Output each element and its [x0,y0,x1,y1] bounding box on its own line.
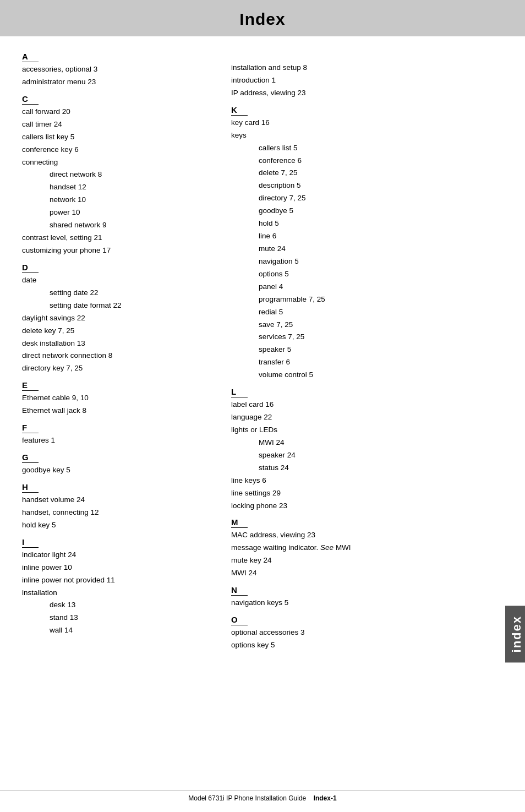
list-item: callers list 5 [231,142,508,155]
list-item: wall 14 [22,624,215,637]
list-item: locking phone 23 [231,500,508,513]
list-item: callers list key 5 [22,131,215,144]
list-item: hold key 5 [22,519,215,532]
section-H: H [22,482,39,493]
list-item: contrast level, setting 21 [22,232,215,244]
list-item: key card 16 [231,117,508,129]
list-item: inline power 10 [22,562,215,574]
list-item: delete key 7, 25 [22,325,215,337]
list-item: goodbye 5 [231,205,508,217]
list-item: connecting [22,156,215,169]
list-item: setting date 22 [22,287,215,299]
list-item: hold 5 [231,217,508,230]
list-item: handset 12 [22,181,215,194]
list-item: panel 4 [231,281,508,293]
list-item: desk 13 [22,599,215,612]
list-item: options 5 [231,268,508,281]
list-item: inline power not provided 11 [22,574,215,587]
page-header: Index [0,0,525,36]
list-item: goodbye key 5 [22,464,215,477]
list-item: keys [231,129,508,142]
list-item: date [22,274,215,287]
footer-page: Index-1 [314,794,337,802]
list-item: installation and setup 8 [231,62,508,74]
list-item: delete 7, 25 [231,167,508,179]
page-title: Index [0,10,525,29]
section-I: I [22,537,39,548]
list-item: MWI 24 [231,567,508,580]
section-E: E [22,380,39,391]
list-item: options key 5 [231,639,508,652]
list-item: directory 7, 25 [231,192,508,205]
section-F: F [22,423,39,433]
list-item: shared network 9 [22,219,215,232]
list-item: label card 16 [231,399,508,411]
section-G: G [22,453,39,463]
list-item: accessories, optional 3 [22,63,215,76]
list-item: Ethernet cable 9, 10 [22,392,215,405]
list-item: lights or LEDs [231,424,508,437]
list-item: navigation 5 [231,255,508,268]
list-item: message waiting indicator. See MWI [231,542,508,554]
list-item: customizing your phone 17 [22,244,215,257]
page: Index A accessories, optional 3 administ… [0,0,525,812]
list-item: administrator menu 23 [22,76,215,89]
left-column: A accessories, optional 3 administrator … [22,46,226,652]
list-item: MWI 24 [231,437,508,449]
list-item: features 1 [22,434,215,447]
list-item: daylight savings 22 [22,312,215,325]
list-item: handset volume 24 [22,494,215,506]
section-M: M [231,517,248,528]
list-item: direct network connection 8 [22,350,215,362]
list-item: optional accessories 3 [231,626,508,639]
list-item: MAC address, viewing 23 [231,529,508,542]
list-item: conference 6 [231,155,508,167]
list-item: mute 24 [231,243,508,255]
list-item: desk installation 13 [22,337,215,350]
list-item: introduction 1 [231,74,508,87]
footer: Model 6731i IP Phone Installation Guide … [0,791,525,802]
list-item: handset, connecting 12 [22,506,215,519]
list-item: call forward 20 [22,106,215,118]
section-A: A [22,52,39,62]
list-item: IP address, viewing 23 [231,87,508,100]
list-item: transfer 6 [231,356,508,369]
list-item: description 5 [231,179,508,192]
list-item: mute key 24 [231,554,508,567]
list-item: installation [22,587,215,600]
list-item: Ethernet wall jack 8 [22,405,215,417]
index-content: A accessories, optional 3 administrator … [0,46,525,652]
right-column: installation and setup 8 introduction 1 … [226,46,508,652]
list-item: language 22 [231,411,508,424]
list-item: indicator light 24 [22,549,215,562]
section-C: C [22,94,39,105]
list-item: line keys 6 [231,475,508,487]
side-tab: index [505,606,525,662]
list-item: speaker 24 [231,449,508,462]
list-item: stand 13 [22,612,215,624]
list-item: power 10 [22,206,215,219]
list-item: line settings 29 [231,487,508,500]
section-L: L [231,387,248,397]
list-item: line 6 [231,230,508,243]
list-item: save 7, 25 [231,319,508,331]
list-item: status 24 [231,462,508,475]
list-item: network 10 [22,194,215,206]
list-item: conference key 6 [22,144,215,156]
list-item: directory key 7, 25 [22,362,215,375]
list-item: volume control 5 [231,369,508,382]
list-item: programmable 7, 25 [231,293,508,306]
list-item: navigation keys 5 [231,597,508,609]
list-item: call timer 24 [22,118,215,131]
section-K: K [231,105,248,116]
section-D: D [22,263,39,273]
list-item: services 7, 25 [231,331,508,344]
footer-model: Model 6731i IP Phone Installation Guide [188,794,306,802]
list-item: setting date format 22 [22,299,215,312]
section-N: N [231,585,248,596]
section-O: O [231,615,248,625]
list-item: direct network 8 [22,168,215,181]
list-item: speaker 5 [231,344,508,356]
list-item: redial 5 [231,306,508,319]
